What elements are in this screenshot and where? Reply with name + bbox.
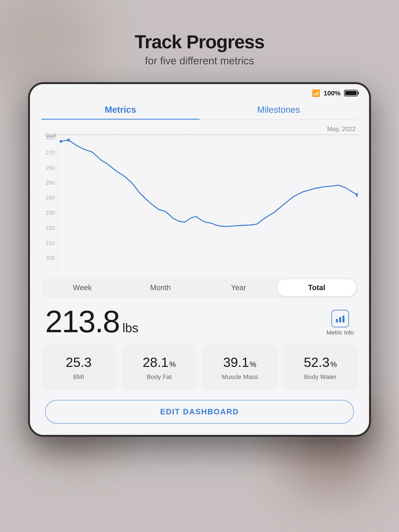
- y-label-200: 200: [41, 255, 57, 261]
- metric-card-muscle-mass: 39.1 % Muscle Mass: [202, 345, 277, 390]
- time-option-year[interactable]: Year: [200, 279, 278, 296]
- metric-card-bmi-number: 25.3: [66, 355, 91, 370]
- metric-card-body-water-number: 52.3: [304, 355, 329, 370]
- metric-number: 213.8: [45, 306, 119, 337]
- time-option-total[interactable]: Total: [278, 279, 356, 296]
- battery-icon: [344, 90, 358, 96]
- y-label-250: 250: [41, 180, 57, 186]
- edit-dashboard-button[interactable]: EDIT DASHBOARD: [45, 400, 354, 424]
- chart-dot: [60, 140, 62, 143]
- page-subtitle: for five different metrics: [135, 55, 264, 67]
- chart-date-label: May, 2022: [41, 125, 358, 133]
- y-label-220: 220: [41, 225, 57, 231]
- metric-card-body-fat-label: Body Fat: [147, 373, 172, 380]
- bar-chart-icon: [335, 314, 345, 324]
- metric-card-muscle-mass-label: Muscle Mass: [221, 373, 258, 380]
- metric-card-bmi: 25.3 BMI: [41, 345, 116, 390]
- chart-svg: [57, 134, 358, 261]
- device-frame: 📶 100% Metrics Milestones May, 2022 200 …: [28, 82, 371, 437]
- metric-card-muscle-mass-percent: %: [250, 360, 256, 369]
- metric-info-label: Metric Info: [327, 329, 354, 336]
- chart-container: May, 2022 200 210 220 230 240 250 260 27…: [41, 125, 358, 273]
- metric-card-body-fat: 28.1 % Body Fat: [122, 345, 197, 390]
- wifi-icon: 📶: [312, 89, 320, 97]
- metric-card-muscle-mass-value: 39.1 %: [223, 355, 256, 370]
- y-label-230: 230: [41, 210, 57, 216]
- time-option-week[interactable]: Week: [43, 279, 121, 296]
- page-title: Track Progress: [135, 31, 264, 53]
- metric-unit: lbs: [122, 321, 138, 335]
- y-axis: 200 210 220 230 240 250 260 270 280: [41, 134, 57, 271]
- metric-info-button[interactable]: Metric Info: [327, 310, 354, 336]
- y-label-240: 240: [41, 195, 57, 201]
- tab-bar: Metrics Milestones: [41, 99, 358, 120]
- metric-card-muscle-mass-number: 39.1: [223, 355, 249, 370]
- metric-cards: 25.3 BMI 28.1 % Body Fat 39.1 % Muscle M…: [41, 345, 358, 390]
- battery-fill: [345, 91, 357, 95]
- y-label-210: 210: [41, 240, 57, 246]
- metric-card-body-fat-percent: %: [169, 360, 176, 369]
- metric-card-body-water-label: Body Water: [304, 373, 336, 380]
- status-bar: 📶 100%: [30, 84, 369, 99]
- goal-label: Goal: [45, 132, 56, 138]
- page-header: Track Progress for five different metric…: [135, 31, 264, 67]
- metric-info-icon: [331, 310, 349, 327]
- metric-card-body-water-value: 52.3 %: [304, 355, 337, 370]
- y-label-260: 260: [41, 165, 57, 171]
- time-selector: Week Month Year Total: [41, 277, 358, 298]
- metric-value-section: 213.8 lbs Metric Info: [45, 306, 354, 337]
- metric-card-body-water-percent: %: [330, 360, 337, 369]
- y-label-270: 270: [41, 150, 57, 156]
- chart-dot: [67, 139, 70, 141]
- svg-rect-1: [339, 317, 341, 323]
- metric-main-value: 213.8 lbs: [45, 306, 138, 337]
- edit-dashboard-label: EDIT DASHBOARD: [160, 407, 239, 416]
- metric-card-bmi-label: BMI: [73, 373, 84, 380]
- metric-card-bmi-value: 25.3: [66, 355, 91, 370]
- metric-card-body-water: 52.3 % Body Water: [283, 345, 358, 390]
- chart-plot: Goal: [57, 134, 358, 271]
- tab-milestones[interactable]: Milestones: [200, 99, 358, 119]
- svg-rect-0: [336, 319, 338, 323]
- svg-rect-2: [342, 316, 344, 323]
- time-option-month[interactable]: Month: [121, 279, 200, 296]
- metric-card-body-fat-number: 28.1: [143, 355, 168, 370]
- chart-area: 200 210 220 230 240 250 260 270 280: [41, 134, 358, 271]
- battery-percent: 100%: [324, 89, 341, 97]
- metric-card-body-fat-value: 28.1 %: [143, 355, 176, 370]
- tab-metrics[interactable]: Metrics: [41, 99, 200, 119]
